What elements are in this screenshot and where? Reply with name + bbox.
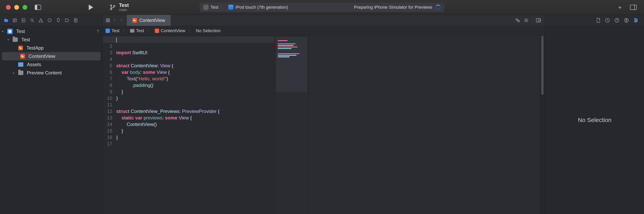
navigator-item-label: Test bbox=[16, 29, 25, 34]
library-button[interactable] bbox=[628, 2, 638, 12]
inspector-selector-bar bbox=[545, 15, 644, 26]
navigator-item-assets[interactable]: Assets bbox=[0, 60, 102, 69]
navigator-item-test[interactable]: ▾Test? bbox=[0, 27, 102, 35]
svg-rect-18 bbox=[106, 19, 108, 20]
folder-icon bbox=[18, 71, 23, 75]
scheme-selector[interactable]: Test 〉 bbox=[204, 4, 225, 10]
close-window-button[interactable] bbox=[6, 5, 11, 10]
source-control-branch[interactable]: Test main bbox=[110, 2, 129, 12]
chevron-right-icon: 〉 bbox=[121, 28, 128, 34]
breakpoint-navigator-tab[interactable] bbox=[64, 17, 70, 23]
scheme-label: Test bbox=[210, 5, 218, 10]
navigator-item-preview-content[interactable]: ▸Preview Content bbox=[0, 69, 102, 77]
tab-bar: ContentView bbox=[103, 15, 545, 26]
navigator-item-contentview[interactable]: ContentView bbox=[2, 52, 100, 60]
svg-point-4 bbox=[114, 5, 115, 7]
svg-rect-19 bbox=[108, 19, 110, 20]
jumpbar-project[interactable]: Test bbox=[106, 28, 120, 33]
inspector-panel: No Selection bbox=[545, 26, 644, 214]
app-icon bbox=[204, 5, 208, 10]
build-status-label: Preparing iPhone Simulator for Previews bbox=[354, 5, 432, 10]
quick-help-inspector-tab[interactable] bbox=[614, 18, 620, 23]
report-navigator-tab[interactable] bbox=[73, 17, 79, 23]
zoom-window-button[interactable] bbox=[22, 5, 27, 10]
history-inspector-tab[interactable] bbox=[605, 18, 610, 23]
play-icon bbox=[89, 4, 93, 10]
navigator-item-label: Assets bbox=[27, 62, 41, 67]
activity-spinner-icon bbox=[436, 5, 440, 10]
source-editor[interactable]: 1234567891011121314151617 import SwiftUI… bbox=[103, 35, 308, 214]
go-forward-button[interactable] bbox=[118, 17, 124, 23]
navigator-item-label: Preview Content bbox=[27, 70, 62, 76]
svg-point-2 bbox=[110, 5, 112, 6]
svg-point-35 bbox=[635, 18, 636, 19]
adjust-editor-options-button[interactable] bbox=[524, 18, 528, 22]
jumpbar-group[interactable]: Test bbox=[130, 28, 144, 33]
svg-point-39 bbox=[635, 21, 636, 22]
accessibility-inspector-tab[interactable] bbox=[624, 18, 629, 23]
run-destination-selector[interactable]: iPod touch (7th generation) bbox=[228, 5, 288, 10]
navigator-item-testapp[interactable]: TestApp bbox=[0, 44, 102, 52]
navigator-help-button[interactable]: ? bbox=[97, 29, 99, 34]
svg-point-3 bbox=[110, 8, 112, 10]
debug-navigator-tab[interactable] bbox=[55, 17, 61, 23]
window-controls bbox=[0, 5, 27, 10]
go-back-button[interactable] bbox=[112, 17, 118, 23]
attributes-inspector-tab[interactable] bbox=[633, 18, 638, 23]
disclosure-triangle[interactable] bbox=[13, 46, 16, 49]
disclosure-triangle[interactable] bbox=[15, 55, 18, 58]
line-number-gutter[interactable]: 1234567891011121314151617 bbox=[103, 35, 115, 214]
svg-rect-7 bbox=[13, 19, 16, 22]
navigator-selector-bar bbox=[0, 15, 103, 26]
test-navigator-tab[interactable] bbox=[47, 17, 52, 23]
jumpbar-file[interactable]: ContentView bbox=[155, 28, 185, 33]
folder-icon bbox=[13, 37, 18, 42]
swift-file-icon bbox=[18, 46, 23, 50]
branch-name-label: main bbox=[119, 8, 129, 12]
svg-point-37 bbox=[636, 20, 637, 21]
project-icon bbox=[106, 29, 110, 33]
canvas-preview[interactable] bbox=[308, 35, 545, 214]
tab-contentview[interactable]: ContentView bbox=[127, 15, 170, 26]
file-inspector-tab[interactable] bbox=[596, 18, 600, 23]
enable-code-review-button[interactable] bbox=[515, 18, 520, 22]
assets-icon bbox=[18, 62, 23, 67]
disclosure-triangle[interactable]: ▾ bbox=[8, 38, 11, 41]
titlebar: Test main Test 〉 iPod touch (7th generat… bbox=[0, 0, 644, 15]
project-name-label: Test bbox=[119, 2, 129, 8]
toggle-navigator-button[interactable] bbox=[33, 2, 43, 12]
navigator-item-test[interactable]: ▾Test bbox=[0, 35, 102, 44]
project-navigator-tab[interactable] bbox=[3, 17, 9, 23]
activity-status-bar[interactable]: Test 〉 iPod touch (7th generation) Prepa… bbox=[200, 2, 444, 12]
swift-file-icon bbox=[155, 29, 159, 33]
project-icon bbox=[7, 29, 13, 34]
chevron-right-icon: 〉 bbox=[187, 28, 194, 34]
svg-point-11 bbox=[31, 19, 33, 21]
tab-label: ContentView bbox=[139, 18, 165, 23]
preview-scrollbar[interactable] bbox=[540, 35, 545, 214]
jumpbar-symbol[interactable]: No Selection bbox=[196, 28, 220, 33]
add-editor-button[interactable] bbox=[536, 18, 541, 22]
run-button[interactable] bbox=[86, 2, 96, 12]
add-button[interactable]: ＋ bbox=[615, 2, 625, 12]
disclosure-triangle[interactable]: ▸ bbox=[13, 71, 16, 74]
svg-rect-21 bbox=[108, 21, 110, 22]
minimize-window-button[interactable] bbox=[14, 5, 19, 10]
source-control-navigator-tab[interactable] bbox=[12, 17, 18, 23]
navigator-item-label: ContentView bbox=[28, 53, 55, 59]
svg-rect-5 bbox=[630, 5, 636, 10]
chevron-right-icon: 〉 bbox=[220, 4, 225, 10]
chevron-right-icon: 〉 bbox=[146, 28, 153, 34]
related-items-button[interactable] bbox=[105, 17, 111, 23]
disclosure-triangle[interactable] bbox=[13, 63, 16, 66]
jump-bar[interactable]: Test 〉 Test 〉 ContentView 〉 No Selection bbox=[103, 26, 545, 35]
disclosure-triangle[interactable]: ▾ bbox=[2, 30, 6, 33]
divider bbox=[532, 17, 532, 23]
editor-area: Test 〉 Test 〉 ContentView 〉 No Selection… bbox=[103, 26, 545, 214]
issue-navigator-tab[interactable] bbox=[38, 17, 44, 23]
find-navigator-tab[interactable] bbox=[29, 17, 35, 23]
minimap[interactable] bbox=[275, 35, 308, 214]
folder-icon bbox=[130, 29, 134, 32]
code-text[interactable]: import SwiftUI struct ContentView: View … bbox=[115, 35, 275, 214]
symbol-navigator-tab[interactable] bbox=[20, 17, 26, 23]
